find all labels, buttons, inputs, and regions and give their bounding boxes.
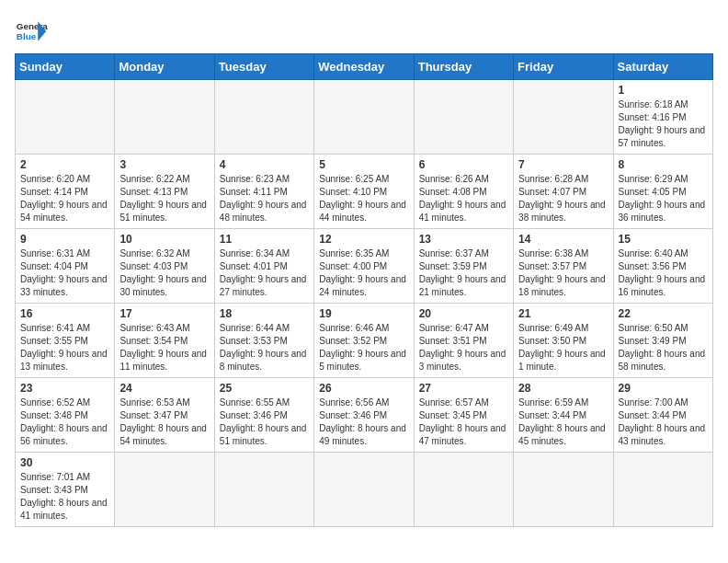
day-info: Sunrise: 7:00 AMSunset: 3:44 PMDaylight:… [619, 396, 708, 448]
calendar-cell: 5Sunrise: 6:25 AMSunset: 4:10 PMDaylight… [314, 155, 414, 229]
day-info: Sunrise: 6:38 AMSunset: 3:57 PMDaylight:… [518, 247, 608, 299]
week-row-0: 1Sunrise: 6:18 AMSunset: 4:16 PMDaylight… [16, 80, 713, 155]
day-info: Sunrise: 6:28 AMSunset: 4:07 PMDaylight:… [518, 173, 608, 224]
day-number: 28 [518, 382, 608, 395]
calendar-cell [514, 453, 613, 527]
calendar-cell: 16Sunrise: 6:41 AMSunset: 3:55 PMDayligh… [16, 304, 115, 378]
day-number: 30 [20, 456, 109, 469]
day-info: Sunrise: 6:25 AMSunset: 4:10 PMDaylight:… [319, 173, 408, 224]
svg-text:Blue: Blue [17, 31, 37, 41]
day-info: Sunrise: 6:35 AMSunset: 4:00 PMDaylight:… [319, 247, 408, 299]
day-number: 14 [518, 233, 608, 246]
day-number: 24 [119, 382, 209, 395]
calendar-cell: 19Sunrise: 6:46 AMSunset: 3:52 PMDayligh… [314, 304, 414, 378]
calendar-cell: 27Sunrise: 6:57 AMSunset: 3:45 PMDayligh… [414, 378, 513, 453]
calendar-cell: 6Sunrise: 6:26 AMSunset: 4:08 PMDaylight… [414, 155, 513, 229]
day-info: Sunrise: 6:23 AMSunset: 4:11 PMDaylight:… [220, 173, 309, 224]
day-number: 29 [619, 382, 708, 395]
week-row-3: 16Sunrise: 6:41 AMSunset: 3:55 PMDayligh… [16, 304, 713, 378]
day-number: 2 [20, 158, 109, 171]
logo-icon: General Blue [15, 15, 48, 48]
calendar-cell: 24Sunrise: 6:53 AMSunset: 3:47 PMDayligh… [115, 378, 214, 453]
calendar-cell: 10Sunrise: 6:32 AMSunset: 4:03 PMDayligh… [115, 229, 214, 304]
calendar-cell [314, 80, 414, 155]
calendar-cell: 13Sunrise: 6:37 AMSunset: 3:59 PMDayligh… [414, 229, 513, 304]
day-info: Sunrise: 6:41 AMSunset: 3:55 PMDaylight:… [20, 322, 109, 373]
calendar-cell: 15Sunrise: 6:40 AMSunset: 3:56 PMDayligh… [613, 229, 712, 304]
day-number: 3 [119, 158, 209, 171]
day-info: Sunrise: 6:53 AMSunset: 3:47 PMDaylight:… [119, 396, 209, 448]
day-number: 27 [419, 382, 508, 395]
day-info: Sunrise: 6:31 AMSunset: 4:04 PMDaylight:… [20, 247, 109, 299]
day-number: 20 [419, 307, 508, 320]
day-number: 22 [619, 307, 708, 320]
day-number: 9 [20, 233, 109, 246]
calendar-cell: 28Sunrise: 6:59 AMSunset: 3:44 PMDayligh… [514, 378, 613, 453]
calendar-cell [16, 80, 115, 155]
calendar-cell [115, 453, 214, 527]
weekday-header-tuesday: Tuesday [214, 54, 313, 80]
day-number: 13 [419, 233, 508, 246]
calendar-cell: 9Sunrise: 6:31 AMSunset: 4:04 PMDaylight… [16, 229, 115, 304]
day-number: 6 [419, 158, 508, 171]
calendar-cell: 30Sunrise: 7:01 AMSunset: 3:43 PMDayligh… [16, 453, 115, 527]
week-row-4: 23Sunrise: 6:52 AMSunset: 3:48 PMDayligh… [16, 378, 713, 453]
day-info: Sunrise: 6:20 AMSunset: 4:14 PMDaylight:… [20, 173, 109, 224]
calendar-cell: 18Sunrise: 6:44 AMSunset: 3:53 PMDayligh… [214, 304, 313, 378]
day-info: Sunrise: 6:47 AMSunset: 3:51 PMDaylight:… [419, 322, 508, 373]
day-info: Sunrise: 6:56 AMSunset: 3:46 PMDaylight:… [319, 396, 408, 448]
header: General Blue [15, 15, 713, 48]
calendar-body: 1Sunrise: 6:18 AMSunset: 4:16 PMDaylight… [16, 80, 713, 527]
calendar-cell: 3Sunrise: 6:22 AMSunset: 4:13 PMDaylight… [115, 155, 214, 229]
day-number: 15 [619, 233, 708, 246]
calendar-cell: 26Sunrise: 6:56 AMSunset: 3:46 PMDayligh… [314, 378, 414, 453]
calendar-cell: 21Sunrise: 6:49 AMSunset: 3:50 PMDayligh… [514, 304, 613, 378]
day-number: 5 [319, 158, 408, 171]
calendar-cell: 23Sunrise: 6:52 AMSunset: 3:48 PMDayligh… [16, 378, 115, 453]
day-info: Sunrise: 6:55 AMSunset: 3:46 PMDaylight:… [220, 396, 309, 448]
weekday-header-monday: Monday [115, 54, 214, 80]
day-info: Sunrise: 6:32 AMSunset: 4:03 PMDaylight:… [119, 247, 209, 299]
day-number: 25 [220, 382, 309, 395]
calendar-cell: 11Sunrise: 6:34 AMSunset: 4:01 PMDayligh… [214, 229, 313, 304]
calendar-cell: 4Sunrise: 6:23 AMSunset: 4:11 PMDaylight… [214, 155, 313, 229]
day-info: Sunrise: 6:57 AMSunset: 3:45 PMDaylight:… [419, 396, 508, 448]
calendar-cell [414, 453, 513, 527]
calendar-cell [115, 80, 214, 155]
calendar-cell: 1Sunrise: 6:18 AMSunset: 4:16 PMDaylight… [613, 80, 712, 155]
day-info: Sunrise: 6:18 AMSunset: 4:16 PMDaylight:… [619, 98, 708, 150]
day-number: 21 [518, 307, 608, 320]
calendar-cell: 22Sunrise: 6:50 AMSunset: 3:49 PMDayligh… [613, 304, 712, 378]
calendar-cell: 8Sunrise: 6:29 AMSunset: 4:05 PMDaylight… [613, 155, 712, 229]
day-info: Sunrise: 6:34 AMSunset: 4:01 PMDaylight:… [220, 247, 309, 299]
day-number: 10 [119, 233, 209, 246]
day-info: Sunrise: 6:22 AMSunset: 4:13 PMDaylight:… [119, 173, 209, 224]
day-number: 23 [20, 382, 109, 395]
day-number: 8 [619, 158, 708, 171]
week-row-2: 9Sunrise: 6:31 AMSunset: 4:04 PMDaylight… [16, 229, 713, 304]
day-info: Sunrise: 6:43 AMSunset: 3:54 PMDaylight:… [119, 322, 209, 373]
day-number: 17 [119, 307, 209, 320]
day-info: Sunrise: 6:40 AMSunset: 3:56 PMDaylight:… [619, 247, 708, 299]
calendar-cell [314, 453, 414, 527]
calendar: SundayMondayTuesdayWednesdayThursdayFrid… [15, 53, 713, 527]
calendar-cell [214, 80, 313, 155]
calendar-cell: 29Sunrise: 7:00 AMSunset: 3:44 PMDayligh… [613, 378, 712, 453]
day-info: Sunrise: 6:50 AMSunset: 3:49 PMDaylight:… [619, 322, 708, 373]
day-info: Sunrise: 7:01 AMSunset: 3:43 PMDaylight:… [20, 471, 109, 523]
day-number: 19 [319, 307, 408, 320]
day-info: Sunrise: 6:46 AMSunset: 3:52 PMDaylight:… [319, 322, 408, 373]
day-info: Sunrise: 6:37 AMSunset: 3:59 PMDaylight:… [419, 247, 508, 299]
weekday-header-saturday: Saturday [613, 54, 712, 80]
calendar-cell: 17Sunrise: 6:43 AMSunset: 3:54 PMDayligh… [115, 304, 214, 378]
day-number: 1 [619, 84, 708, 97]
calendar-cell [414, 80, 513, 155]
calendar-cell: 12Sunrise: 6:35 AMSunset: 4:00 PMDayligh… [314, 229, 414, 304]
day-number: 18 [220, 307, 309, 320]
week-row-1: 2Sunrise: 6:20 AMSunset: 4:14 PMDaylight… [16, 155, 713, 229]
calendar-cell: 7Sunrise: 6:28 AMSunset: 4:07 PMDaylight… [514, 155, 613, 229]
weekday-header-thursday: Thursday [414, 54, 513, 80]
week-row-5: 30Sunrise: 7:01 AMSunset: 3:43 PMDayligh… [16, 453, 713, 527]
calendar-cell: 25Sunrise: 6:55 AMSunset: 3:46 PMDayligh… [214, 378, 313, 453]
weekday-header-wednesday: Wednesday [314, 54, 414, 80]
